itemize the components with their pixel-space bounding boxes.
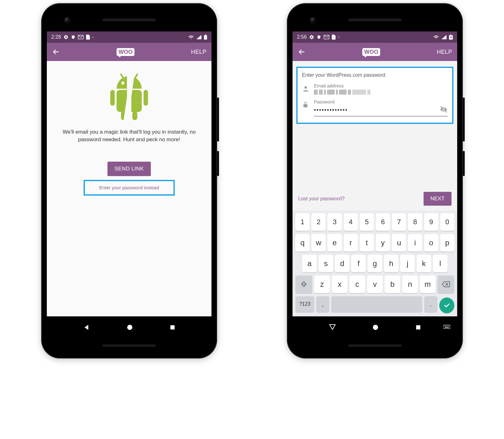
svg-point-21	[304, 86, 307, 89]
svg-line-5	[121, 74, 123, 79]
key-c[interactable]: c	[349, 275, 365, 293]
key-p[interactable]: p	[440, 234, 454, 252]
gear-icon	[309, 35, 314, 40]
svg-point-7	[121, 81, 124, 85]
key-k[interactable]: k	[417, 255, 431, 272]
back-button[interactable]	[298, 48, 306, 56]
sim-icon	[86, 35, 90, 40]
password-input[interactable]: •••••••••••••	[314, 106, 448, 115]
space-key[interactable]	[331, 296, 422, 312]
backspace-key[interactable]	[437, 275, 454, 293]
woo-logo: WOO	[64, 48, 187, 56]
key-q[interactable]: q	[295, 234, 310, 252]
shield-icon	[71, 35, 75, 40]
gear-icon	[63, 35, 68, 40]
key-n[interactable]: n	[402, 275, 418, 293]
key-t[interactable]: t	[360, 234, 374, 252]
dot-icon: •	[338, 36, 339, 39]
password-label: Password	[314, 99, 448, 104]
key-y[interactable]: y	[376, 234, 390, 252]
key-0[interactable]: 0	[440, 213, 454, 231]
status-bar: 2:28 •	[47, 31, 211, 43]
key-e[interactable]: e	[327, 234, 342, 252]
phone-right: 2:56 •	[287, 3, 463, 358]
key-v[interactable]: v	[367, 275, 383, 293]
back-button[interactable]	[52, 48, 60, 56]
visibility-off-icon[interactable]	[440, 105, 448, 114]
key-m[interactable]: m	[420, 275, 436, 293]
key-4[interactable]: 4	[344, 213, 358, 231]
key-3[interactable]: 3	[327, 213, 342, 231]
key-9[interactable]: 9	[424, 213, 438, 231]
mail-icon	[78, 35, 84, 39]
svg-point-16	[127, 325, 133, 330]
battery-charging-icon	[449, 35, 453, 40]
nav-home-button[interactable]	[126, 324, 133, 331]
svg-rect-20	[450, 35, 452, 35]
nav-recent-button[interactable]	[169, 324, 176, 331]
enter-key[interactable]	[439, 297, 454, 313]
key-h[interactable]: h	[384, 255, 398, 272]
app-bar: WOO HELP	[47, 43, 211, 61]
nav-keyboard-button[interactable]	[443, 325, 450, 330]
key-u[interactable]: u	[392, 234, 406, 252]
bugdroid-illustration	[47, 72, 211, 122]
svg-rect-31	[449, 326, 449, 326]
key-6[interactable]: 6	[376, 213, 390, 231]
key-1[interactable]: 1	[295, 213, 310, 231]
key-g[interactable]: g	[368, 255, 382, 272]
nav-back-button[interactable]	[329, 324, 336, 331]
key-l[interactable]: l	[433, 255, 447, 272]
svg-rect-30	[448, 326, 448, 326]
key-2[interactable]: 2	[311, 213, 326, 231]
earpiece-speaker	[102, 19, 156, 22]
form-footer: Lost your password? NEXT	[293, 187, 457, 211]
svg-rect-13	[132, 111, 137, 120]
signal-icon	[441, 35, 446, 39]
svg-rect-28	[445, 326, 446, 326]
key-i[interactable]: i	[408, 234, 422, 252]
svg-rect-26	[443, 325, 450, 329]
symbols-key[interactable]: ?123	[295, 296, 314, 312]
key-a[interactable]: a	[302, 255, 317, 272]
key-d[interactable]: d	[335, 255, 349, 272]
help-button[interactable]: HELP	[191, 49, 206, 55]
nav-home-button[interactable]	[372, 324, 379, 331]
key-s[interactable]: s	[319, 255, 333, 272]
shift-key[interactable]	[295, 275, 312, 293]
key-b[interactable]: b	[385, 275, 400, 293]
comma-key[interactable]: ,	[316, 296, 329, 312]
key-5[interactable]: 5	[360, 213, 374, 231]
svg-rect-11	[144, 90, 148, 106]
key-7[interactable]: 7	[392, 213, 406, 231]
svg-rect-29	[446, 326, 447, 326]
lost-password-link[interactable]: Lost your password?	[298, 196, 345, 202]
android-nav-bar	[47, 316, 211, 338]
nav-back-button[interactable]	[83, 324, 90, 331]
email-value-redacted	[314, 90, 448, 95]
front-camera	[64, 17, 71, 24]
key-j[interactable]: j	[400, 255, 415, 272]
send-link-button[interactable]: SEND LINK	[107, 162, 151, 176]
help-button[interactable]: HELP	[437, 49, 452, 55]
period-key[interactable]: .	[424, 296, 437, 312]
key-r[interactable]: r	[344, 234, 358, 252]
key-z[interactable]: z	[314, 275, 330, 293]
svg-rect-22	[304, 104, 308, 107]
next-button[interactable]: NEXT	[424, 192, 452, 206]
key-f[interactable]: f	[351, 255, 366, 272]
enter-password-instead-link[interactable]: Enter your password instead	[99, 185, 159, 190]
key-o[interactable]: o	[424, 234, 438, 252]
key-w[interactable]: w	[311, 234, 326, 252]
phone-left: 2:28 •	[41, 3, 217, 358]
svg-rect-2	[205, 35, 206, 35]
svg-line-6	[135, 74, 137, 79]
nav-recent-button[interactable]	[415, 324, 421, 331]
key-8[interactable]: 8	[408, 213, 422, 231]
magic-link-description: We'll email you a magic link that'll log…	[47, 128, 211, 143]
status-time: 2:56	[297, 34, 307, 40]
key-x[interactable]: x	[332, 275, 348, 293]
signal-icon	[196, 35, 201, 39]
svg-rect-27	[444, 326, 445, 326]
android-nav-bar	[293, 316, 457, 338]
